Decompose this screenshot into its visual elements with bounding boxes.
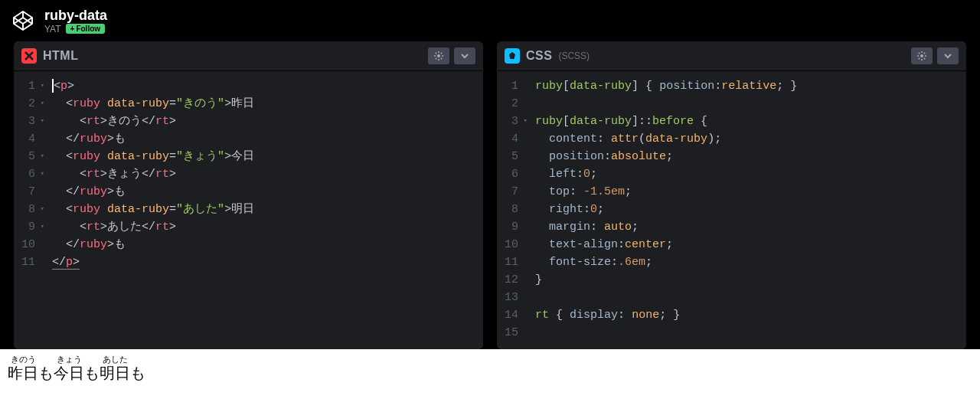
html-settings-button[interactable] [428,47,449,64]
gear-icon [916,51,927,61]
app-header: ruby-data YAT + Follow [0,0,980,41]
html-lang-label: HTML [43,49,78,63]
css-editor[interactable]: 123▾456789101112131415 ruby[data-ruby] {… [497,71,966,349]
css-collapse-button[interactable] [937,47,959,64]
css-settings-button[interactable] [911,47,933,64]
css-panel-controls [911,47,959,64]
css-panel-header: CSS (SCSS) [497,41,966,71]
html-panel-title: HTML [21,48,78,64]
preview-paragraph: 昨日きのうも今日きょうも明日あしたも [8,363,972,384]
svg-point-0 [437,54,440,57]
svg-point-1 [920,54,923,57]
preview-ruby: 昨日きのう [8,365,38,381]
preview-ruby: 今日きょう [54,365,84,381]
html-editor[interactable]: 1▾2▾3▾45▾6▾78▾9▾1011 <p> <ruby data-ruby… [14,71,483,349]
author-row: YAT + Follow [44,24,107,34]
css-sub-label: (SCSS) [558,51,590,61]
html-panel-controls [428,47,475,64]
css-panel-title: CSS (SCSS) [505,48,590,64]
preview-ruby: 明日あした [100,365,130,381]
plus-icon: + [70,25,75,33]
preview-pane: 昨日きのうも今日きょうも明日あしたも [0,349,980,412]
author-name[interactable]: YAT [44,24,61,34]
follow-button[interactable]: + Follow [66,24,106,34]
css-icon [505,48,520,64]
html-gutter: 1▾2▾3▾45▾6▾78▾9▾1011 [14,71,51,349]
gear-icon [433,51,444,61]
title-group: ruby-data YAT + Follow [44,8,107,34]
editor-panels: HTML 1▾2▾3▾45▾6▾78▾9▾1011 <p> <ruby data… [0,41,980,349]
css-panel: CSS (SCSS) 123▾456789101112131415 ruby[d… [497,41,966,349]
chevron-down-icon [460,51,469,60]
pen-title: ruby-data [44,8,107,24]
codepen-logo-icon[interactable] [9,7,37,34]
html-panel: HTML 1▾2▾3▾45▾6▾78▾9▾1011 <p> <ruby data… [14,41,483,349]
html-collapse-button[interactable] [454,47,475,64]
css-gutter: 123▾456789101112131415 [497,71,534,349]
html-icon [21,48,37,64]
cube-icon [11,8,35,33]
html-code[interactable]: <p> <ruby data-ruby="きのう">昨日 <rt>きのう</rt… [51,71,262,349]
css-lang-label: CSS [526,49,552,63]
chevron-down-icon [943,51,952,60]
html-panel-header: HTML [14,41,483,71]
follow-label: Follow [76,25,100,33]
css-code[interactable]: ruby[data-ruby] { position:relative; } r… [534,71,805,349]
